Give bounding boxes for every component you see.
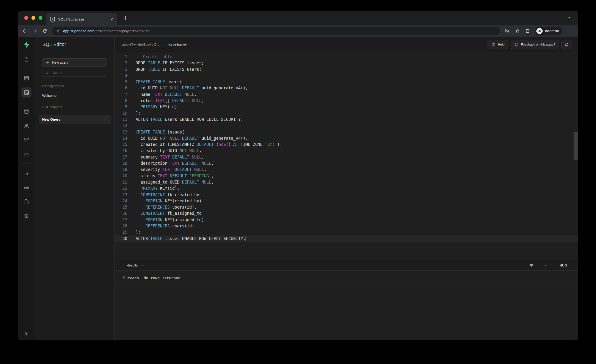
code-line[interactable]: 28 REFERENCES users(id) bbox=[115, 223, 578, 229]
minimize-window-button[interactable] bbox=[31, 16, 35, 20]
line-number: 13 bbox=[115, 129, 127, 135]
archive-icon bbox=[23, 137, 30, 143]
sidebar-section-label: SQL snippets bbox=[42, 105, 107, 109]
incognito-icon bbox=[536, 28, 543, 34]
nav-rail bbox=[18, 37, 35, 340]
forward-icon[interactable] bbox=[32, 28, 38, 34]
rail-divider bbox=[21, 69, 32, 69]
breadcrumb-project[interactable]: issue-tracker bbox=[169, 43, 187, 46]
help-button[interactable]: Help bbox=[488, 40, 508, 49]
browser-tab[interactable]: SQL | Supabase bbox=[46, 13, 117, 25]
rail-item-table-editor[interactable] bbox=[22, 73, 31, 83]
code-line[interactable]: 10); bbox=[115, 110, 578, 116]
editor-scrollbar[interactable] bbox=[574, 132, 578, 160]
new-query-button[interactable]: New query bbox=[42, 58, 107, 67]
line-number: 24 bbox=[115, 198, 127, 204]
code-line[interactable]: 6 id UUID NOT NULL DEFAULT uuid_generate… bbox=[115, 85, 578, 91]
code-text: name TEXT DEFAULT NULL, bbox=[136, 91, 197, 97]
maximize-window-button[interactable] bbox=[39, 16, 42, 20]
code-line[interactable]: 1-- Create tables bbox=[115, 54, 578, 60]
notifications-button[interactable] bbox=[561, 40, 572, 49]
browser-window: SQL | Supabase app.supabase.com/project/… bbox=[18, 11, 578, 340]
code-text: CREATE TABLE users( bbox=[136, 79, 182, 85]
sidebar-item-new-query[interactable]: New Query bbox=[39, 115, 111, 124]
code-line[interactable]: 14 id UUID NOT NULL DEFAULT uuid_generat… bbox=[115, 135, 578, 141]
code-line[interactable]: 24 FOREIGN KEY(created_by) bbox=[115, 198, 578, 204]
favorite-heart-icon[interactable] bbox=[529, 263, 534, 267]
code-line[interactable]: 17 summary TEXT DEFAULT NULL, bbox=[115, 154, 578, 160]
tab-search-chevron-icon[interactable] bbox=[566, 15, 571, 20]
terminal-icon bbox=[23, 89, 30, 96]
run-options-chevron-icon[interactable] bbox=[544, 263, 548, 267]
rail-item-sql-editor[interactable] bbox=[22, 88, 31, 97]
line-number: 29 bbox=[115, 229, 127, 235]
code-line[interactable]: 30ALTER TABLE issues ENABLE ROW LEVEL SE… bbox=[115, 236, 578, 242]
run-button[interactable]: RUN bbox=[558, 263, 569, 267]
rail-item-api[interactable] bbox=[22, 149, 31, 159]
code-line[interactable]: 18 description TEXT DEFAULT NULL, bbox=[115, 160, 578, 166]
lock-icon bbox=[56, 29, 60, 33]
rail-item-docs[interactable] bbox=[22, 197, 31, 207]
code-line[interactable]: 21 assigned_to UUID DEFAULT NULL, bbox=[115, 179, 578, 185]
side-panel-icon[interactable] bbox=[525, 29, 530, 33]
code-text: created_by UUID NOT NULL, bbox=[136, 148, 201, 154]
code-line[interactable]: 4 bbox=[115, 73, 578, 79]
code-text: summary TEXT DEFAULT NULL, bbox=[136, 154, 204, 160]
close-window-button[interactable] bbox=[24, 16, 28, 20]
code-line[interactable]: 20 status TEXT DEFAULT 'PENDING', bbox=[115, 173, 578, 179]
rail-item-reports[interactable] bbox=[22, 168, 31, 178]
incognito-badge[interactable]: Incognito bbox=[535, 27, 562, 35]
eye-off-icon[interactable] bbox=[504, 28, 509, 34]
code-line[interactable]: 19 severity TEXT DEFAULT NULL, bbox=[115, 166, 578, 173]
sql-code-editor[interactable]: 1-- Create tables2DROP TABLE IF EXISTS i… bbox=[115, 52, 578, 260]
rail-item-database[interactable] bbox=[22, 106, 31, 116]
back-icon[interactable] bbox=[22, 28, 28, 34]
indent-guide bbox=[137, 198, 137, 204]
code-line[interactable]: 12 bbox=[115, 123, 578, 129]
browser-menu-icon[interactable] bbox=[568, 29, 572, 33]
rail-item-home[interactable] bbox=[22, 54, 31, 64]
code-line[interactable]: 5CREATE TABLE users( bbox=[115, 79, 578, 85]
sidebar-item-welcome[interactable]: Welcome bbox=[42, 94, 107, 97]
code-line[interactable]: 23 CONSTRAINT fk_created_by bbox=[115, 192, 578, 198]
code-line[interactable]: 22 PRIMARY KEY(id), bbox=[115, 185, 578, 191]
account-icon[interactable] bbox=[18, 331, 35, 337]
rail-item-storage[interactable] bbox=[22, 135, 31, 145]
line-number: 11 bbox=[115, 116, 127, 123]
indent-guide bbox=[137, 85, 137, 91]
incognito-label: Incognito bbox=[545, 29, 559, 33]
search-input[interactable] bbox=[52, 71, 104, 75]
code-line[interactable]: 29); bbox=[115, 229, 578, 235]
breadcrumb-org[interactable]: adam@windmill.dev's Org bbox=[122, 43, 159, 46]
code-line[interactable]: 7 name TEXT DEFAULT NULL, bbox=[115, 91, 578, 97]
code-line[interactable]: 15 created_at TIMESTAMPTZ DEFAULT (now()… bbox=[115, 141, 578, 148]
code-text: assigned_to UUID DEFAULT NULL, bbox=[136, 179, 214, 185]
code-line[interactable]: 11ALTER TABLE users ENABLE ROW LEVEL SEC… bbox=[115, 116, 578, 123]
new-tab-icon[interactable] bbox=[123, 15, 128, 21]
code-line[interactable]: 3DROP TABLE IF EXISTS users; bbox=[115, 66, 578, 73]
bookmark-star-icon[interactable] bbox=[515, 28, 520, 34]
code-line[interactable]: 26 CONSTRAINT fk_assigned_to bbox=[115, 210, 578, 216]
supabase-logo[interactable] bbox=[18, 41, 35, 48]
code-line[interactable]: 27 FOREIGN KEY(assigned_to) bbox=[115, 217, 578, 223]
line-number: 4 bbox=[115, 73, 127, 79]
code-line[interactable]: 13CREATE TABLE issues( bbox=[115, 129, 578, 135]
code-text: CREATE TABLE issues( bbox=[136, 129, 185, 135]
code-line[interactable]: 16 created_by UUID NOT NULL, bbox=[115, 148, 578, 154]
feedback-button[interactable]: Feedback on this page? bbox=[511, 40, 559, 49]
code-text: ALTER TABLE issues ENABLE ROW LEVEL SECU… bbox=[136, 236, 246, 242]
rail-item-authentication[interactable] bbox=[22, 121, 31, 131]
url-bar[interactable]: app.supabase.com/project/azahtnhqohyjerz… bbox=[52, 27, 500, 35]
line-number: 23 bbox=[115, 192, 127, 198]
reload-icon[interactable] bbox=[42, 28, 48, 34]
indent-guide bbox=[137, 135, 137, 141]
rail-item-settings[interactable] bbox=[22, 211, 31, 221]
code-line[interactable]: 25 REFERENCES users(id), bbox=[115, 204, 578, 210]
code-line[interactable]: 8 roles TEXT[] DEFAULT NULL, bbox=[115, 97, 578, 104]
code-line[interactable]: 2DROP TABLE IF EXISTS issues; bbox=[115, 60, 578, 66]
rail-item-logs[interactable] bbox=[22, 182, 31, 192]
close-tab-icon[interactable] bbox=[110, 17, 114, 21]
results-dropdown[interactable]: Results bbox=[127, 263, 145, 267]
indent-guide bbox=[137, 154, 137, 160]
code-line[interactable]: 9 PRIMARY KEY(id) bbox=[115, 104, 578, 110]
